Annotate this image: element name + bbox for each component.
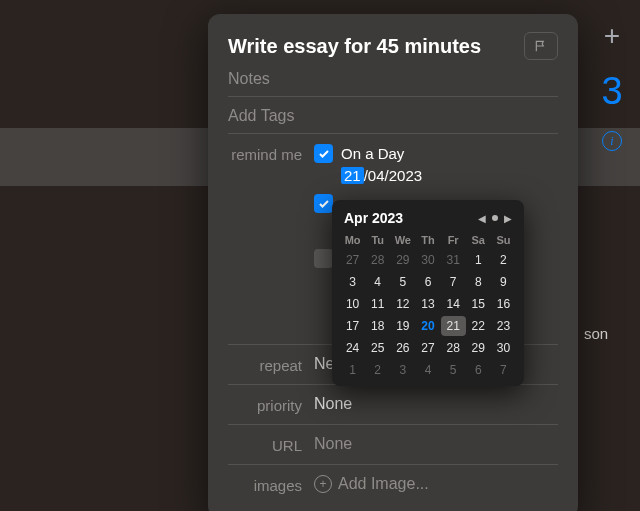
- calendar-day-header: Th: [415, 232, 440, 248]
- images-label: images: [228, 475, 314, 494]
- calendar-day[interactable]: 27: [340, 250, 365, 270]
- calendar-day[interactable]: 30: [491, 338, 516, 358]
- calendar-day[interactable]: 27: [415, 338, 440, 358]
- calendar-day[interactable]: 15: [466, 294, 491, 314]
- calendar-day[interactable]: 1: [466, 250, 491, 270]
- url-label: URL: [228, 435, 314, 454]
- url-row[interactable]: URL None: [228, 425, 558, 465]
- calendar-day[interactable]: 16: [491, 294, 516, 314]
- calendar-day[interactable]: 25: [365, 338, 390, 358]
- calendar-day[interactable]: 12: [390, 294, 415, 314]
- checkmark-icon: [318, 148, 330, 160]
- flag-button[interactable]: [524, 32, 558, 60]
- calendar-day[interactable]: 1: [340, 360, 365, 380]
- calendar-day[interactable]: 17: [340, 316, 365, 336]
- calendar-day[interactable]: 3: [340, 272, 365, 292]
- calendar-day[interactable]: 28: [441, 338, 466, 358]
- next-month-button[interactable]: ▶: [504, 213, 512, 224]
- calendar-day[interactable]: 4: [365, 272, 390, 292]
- date-picker-popover: Apr 2023 ◀ ▶ MoTuWeThFrSaSu2728293031123…: [332, 200, 524, 386]
- reminder-title[interactable]: Write essay for 45 minutes: [228, 35, 514, 58]
- priority-label: priority: [228, 395, 314, 414]
- calendar-day[interactable]: 10: [340, 294, 365, 314]
- calendar-day-header: Su: [491, 232, 516, 248]
- flag-icon: [534, 39, 548, 53]
- prev-month-button[interactable]: ◀: [478, 213, 486, 224]
- calendar-day[interactable]: 7: [491, 360, 516, 380]
- date-input[interactable]: 21/04/2023: [341, 167, 558, 184]
- priority-value[interactable]: None: [314, 395, 558, 413]
- calendar-day-header: We: [390, 232, 415, 248]
- calendar-day-header: Mo: [340, 232, 365, 248]
- calendar-day[interactable]: 2: [365, 360, 390, 380]
- calendar-day[interactable]: 7: [441, 272, 466, 292]
- images-row[interactable]: images + Add Image...: [228, 465, 558, 504]
- calendar-day[interactable]: 6: [415, 272, 440, 292]
- calendar-day[interactable]: 21: [441, 316, 466, 336]
- priority-row[interactable]: priority None: [228, 385, 558, 425]
- calendar-day[interactable]: 6: [466, 360, 491, 380]
- calendar-day[interactable]: 8: [466, 272, 491, 292]
- add-button[interactable]: +: [604, 20, 620, 52]
- calendar-day[interactable]: 28: [365, 250, 390, 270]
- notes-field[interactable]: Notes: [228, 60, 558, 97]
- add-image-button[interactable]: + Add Image...: [314, 475, 558, 493]
- calendar-day[interactable]: 11: [365, 294, 390, 314]
- calendar-day[interactable]: 18: [365, 316, 390, 336]
- date-day-selected[interactable]: 21: [341, 167, 364, 184]
- today-button[interactable]: [492, 215, 498, 221]
- remind-me-label: remind me: [228, 144, 314, 163]
- calendar-day[interactable]: 5: [441, 360, 466, 380]
- calendar-day[interactable]: 14: [441, 294, 466, 314]
- add-image-label: Add Image...: [338, 475, 429, 493]
- calendar-day[interactable]: 9: [491, 272, 516, 292]
- info-icon[interactable]: i: [602, 131, 622, 151]
- calendar-grid: MoTuWeThFrSaSu27282930311234567891011121…: [340, 232, 516, 380]
- calendar-month-title: Apr 2023: [344, 210, 478, 226]
- calendar-day-header: Fr: [441, 232, 466, 248]
- at-a-time-checkbox[interactable]: [314, 194, 333, 213]
- calendar-day[interactable]: 4: [415, 360, 440, 380]
- calendar-day[interactable]: 26: [390, 338, 415, 358]
- tags-field[interactable]: Add Tags: [228, 97, 558, 134]
- calendar-day[interactable]: 30: [415, 250, 440, 270]
- calendar-day[interactable]: 29: [390, 250, 415, 270]
- list-count: 3: [601, 70, 622, 113]
- plus-circle-icon: +: [314, 475, 332, 493]
- calendar-day[interactable]: 22: [466, 316, 491, 336]
- url-value[interactable]: None: [314, 435, 558, 453]
- calendar-day[interactable]: 24: [340, 338, 365, 358]
- calendar-day[interactable]: 29: [466, 338, 491, 358]
- on-a-day-label[interactable]: On a Day: [341, 145, 404, 162]
- checkmark-icon: [318, 198, 330, 210]
- date-rest[interactable]: /04/2023: [364, 167, 422, 184]
- calendar-day[interactable]: 20: [415, 316, 440, 336]
- calendar-day[interactable]: 13: [415, 294, 440, 314]
- right-toolbar: + 3 i: [584, 0, 640, 511]
- on-a-day-checkbox[interactable]: [314, 144, 333, 163]
- calendar-day[interactable]: 5: [390, 272, 415, 292]
- location-checkbox[interactable]: [314, 249, 333, 268]
- calendar-day[interactable]: 2: [491, 250, 516, 270]
- calendar-day-header: Sa: [466, 232, 491, 248]
- calendar-day[interactable]: 3: [390, 360, 415, 380]
- calendar-day[interactable]: 19: [390, 316, 415, 336]
- repeat-label: repeat: [228, 355, 314, 374]
- calendar-day-header: Tu: [365, 232, 390, 248]
- calendar-day[interactable]: 31: [441, 250, 466, 270]
- calendar-day[interactable]: 23: [491, 316, 516, 336]
